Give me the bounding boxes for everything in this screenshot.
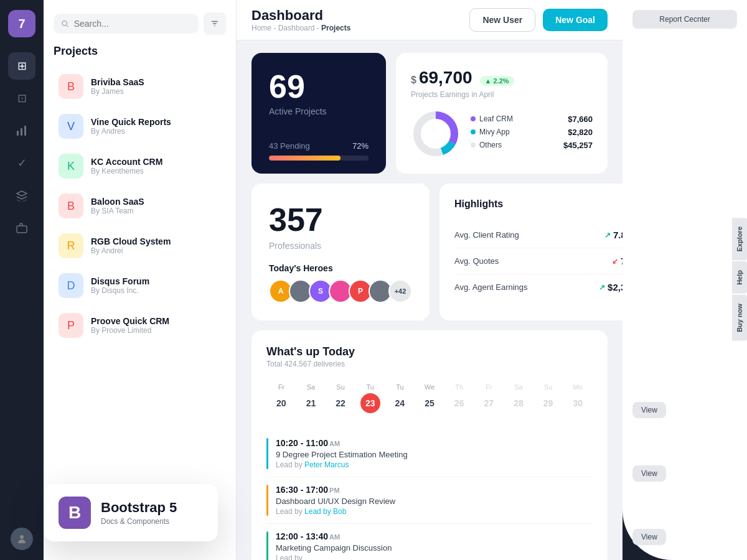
page-title: Dashboard — [251, 7, 350, 24]
calendar-day[interactable]: Mo 30 — [563, 378, 593, 418]
earnings-value: 69,700 — [419, 68, 472, 88]
search-icon — [61, 19, 69, 28]
project-info: RGB Cloud System By Andrei — [91, 236, 221, 255]
filter-button[interactable] — [204, 12, 226, 35]
calendar-day[interactable]: Fr 27 — [474, 378, 504, 418]
calendar-day[interactable]: We 25 — [415, 378, 444, 418]
legend-item: Leaf CRM $7,660 — [471, 114, 593, 124]
help-tab[interactable]: Help — [732, 261, 747, 294]
nav-icon-chart[interactable] — [8, 117, 35, 144]
day-number: 26 — [449, 393, 469, 413]
project-item[interactable]: B Briviba SaaS By James — [54, 68, 226, 105]
nav-icon-grid[interactable]: ⊞ — [8, 52, 35, 80]
breadcrumb: Home - Dashboard - Projects — [251, 24, 350, 32]
calendar-day[interactable]: Tu 24 — [385, 378, 415, 418]
user-avatar[interactable] — [11, 528, 33, 550]
professionals-label: Professionals — [269, 241, 412, 251]
legend-dot — [471, 129, 476, 134]
breadcrumb-sep2: - — [317, 24, 321, 32]
trend-down-icon: ↙ — [612, 257, 618, 266]
heroes-label: Today's Heroes — [269, 263, 412, 273]
bootstrap-icon: B — [59, 497, 91, 529]
breadcrumb-current: Projects — [321, 24, 350, 32]
buy-now-tab[interactable]: Buy now — [732, 295, 747, 341]
events-list: 10:20 - 11:00AM 9 Degree Project Estimat… — [266, 431, 593, 560]
event-lead: Lead by Lead by Bob — [276, 507, 395, 516]
breadcrumb-sep1: - — [273, 24, 278, 32]
view-button-3[interactable]: View — [632, 529, 666, 545]
breadcrumb-home[interactable]: Home — [251, 24, 271, 32]
row-3: What's up Today Total 424,567 deliveries… — [251, 330, 608, 560]
progress-bar — [269, 156, 369, 161]
nav-icon-apps[interactable]: ⊡ — [8, 85, 35, 112]
event-line — [266, 438, 268, 469]
project-by: By Proove Limited — [91, 326, 221, 335]
report-center-button[interactable]: Report Cecnter — [632, 10, 737, 29]
breadcrumb-dashboard[interactable]: Dashboard — [278, 24, 315, 32]
event-title: Dashboard UI/UX Design Review — [276, 497, 395, 506]
calendar-day[interactable]: Th 26 — [444, 378, 474, 418]
earnings-legend: Leaf CRM $7,660 Mivy App $2,820 Others $… — [471, 114, 593, 154]
event-lead-link[interactable]: Peter Marcus — [304, 460, 349, 469]
legend-label: Mivy App — [479, 128, 510, 136]
event-details: 16:30 - 17:00PM Dashboard UI/UX Design R… — [276, 485, 395, 516]
nav-icon-layers[interactable] — [8, 182, 35, 209]
nav-icon-briefcase[interactable] — [8, 214, 35, 241]
legend-name: Mivy App — [471, 128, 510, 136]
search-input[interactable] — [74, 19, 191, 29]
calendar-day[interactable]: Su 29 — [533, 378, 563, 418]
event-line — [266, 531, 268, 560]
filter-icon — [210, 19, 219, 28]
new-user-button[interactable]: New User — [469, 8, 535, 32]
svg-rect-0 — [17, 131, 19, 136]
day-name: Sa — [299, 383, 324, 391]
project-item[interactable]: P Proove Quick CRM By Proove Limited — [54, 307, 226, 344]
calendar-day[interactable]: Sa 21 — [296, 378, 326, 418]
svg-point-5 — [62, 21, 67, 26]
day-number: 20 — [271, 393, 291, 413]
professionals-count: 357 — [269, 201, 412, 238]
event-ampm: AM — [329, 533, 340, 541]
day-number: 27 — [479, 393, 499, 413]
event-lead-link[interactable]: Lead by Bob — [304, 507, 346, 516]
view-button-1[interactable]: View — [632, 402, 666, 418]
project-info: Vine Quick Reports By Andres — [91, 117, 221, 136]
legend-value: $2,820 — [568, 128, 593, 137]
project-item[interactable]: R RGB Cloud System By Andrei — [54, 227, 226, 264]
trend-up-icon: ↗ — [604, 231, 611, 240]
row-1: 69 Active Projects 43 Pending 72% $ 69,7… — [251, 53, 608, 174]
new-goal-button[interactable]: New Goal — [543, 9, 608, 31]
project-item[interactable]: V Vine Quick Reports By Andres — [54, 108, 226, 145]
active-projects-count: 69 — [269, 70, 369, 103]
projects-header — [54, 12, 226, 35]
project-by: By SIA Team — [91, 207, 221, 215]
view-button-2[interactable]: View — [632, 465, 666, 482]
project-logo: B — [59, 194, 83, 218]
search-box[interactable] — [54, 14, 199, 34]
event-title: Marketing Campaign Discussion — [276, 543, 392, 553]
project-by: By Andrei — [91, 246, 221, 255]
user-number-badge[interactable]: 7 — [8, 10, 35, 37]
project-item[interactable]: B Baloon SaaS By SIA Team — [54, 187, 226, 225]
calendar-day[interactable]: Su 22 — [326, 378, 355, 418]
nav-icon-check[interactable]: ✓ — [8, 149, 35, 177]
project-item[interactable]: K KC Account CRM By Keenthemes — [54, 147, 226, 185]
project-logo: D — [59, 273, 83, 298]
day-name: Th — [447, 383, 472, 391]
project-by: By Disqus Inc. — [91, 286, 221, 295]
donut-row: Leaf CRM $7,660 Mivy App $2,820 Others $… — [411, 109, 593, 159]
avatar-more: +42 — [388, 279, 412, 303]
legend-item: Others $45,257 — [471, 141, 593, 150]
project-name: KC Account CRM — [91, 157, 221, 167]
project-item[interactable]: D Disqus Forum By Disqus Inc. — [54, 267, 226, 304]
dashboard-body: 69 Active Projects 43 Pending 72% $ 69,7… — [237, 40, 622, 560]
event-line — [266, 485, 268, 516]
sidebar-nav: 7 ⊞ ⊡ ✓ — [0, 0, 44, 560]
calendar-day[interactable]: Fr 20 — [266, 378, 296, 418]
calendar-day[interactable]: Tu 23 — [355, 378, 385, 418]
calendar-day[interactable]: Sa 28 — [504, 378, 533, 418]
legend-dot — [471, 142, 476, 147]
legend-value: $7,660 — [568, 114, 593, 124]
project-logo: V — [59, 114, 83, 139]
explore-tab[interactable]: Explore — [732, 218, 747, 260]
